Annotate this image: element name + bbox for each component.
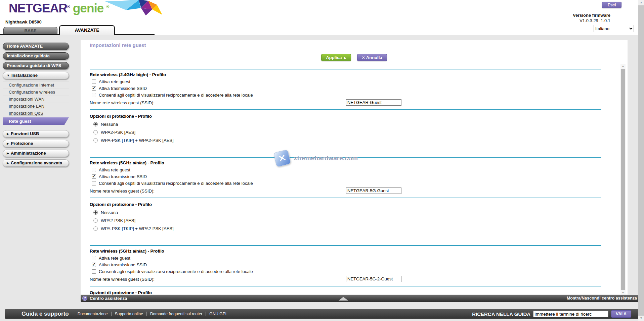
link-impostazioni-wan[interactable]: Impostazioni WAN <box>9 97 44 102</box>
subnav-item-rete-guest-selected[interactable]: Rete guest <box>3 117 69 125</box>
help-center-label: Centro assistenza <box>90 296 127 301</box>
sidebar-item-procedura-wps[interactable]: Procedura guidata di WPS <box>3 62 69 69</box>
security-wpa2-psk-radio[interactable] <box>93 130 98 135</box>
security-wpa-wpa2-mixed-radio[interactable] <box>93 138 98 143</box>
checkbox-row[interactable]: Consenti agli ospiti di visualizzarsi re… <box>90 93 601 98</box>
scroll-up-icon[interactable]: ▲ <box>620 64 626 69</box>
radio-row[interactable]: WPA2-PSK [AES] <box>90 130 601 135</box>
radio-row[interactable]: Nessuna <box>90 210 601 215</box>
section-title: Opzioni di protezione - Profilo <box>90 202 601 207</box>
subnav-item[interactable]: Configurazione wireless <box>3 89 69 96</box>
security-wpa2-psk-radio[interactable] <box>93 218 98 223</box>
sidebar-item-funzioni-usb[interactable]: ▶Funzioni USB <box>3 130 69 138</box>
installazione-subnav: Configurazione Internet Configurazione w… <box>3 82 69 125</box>
scroll-down-icon[interactable]: ▼ <box>620 290 626 295</box>
x-icon: ✕ <box>362 55 365 60</box>
chevron-right-icon: ▶ <box>7 132 9 136</box>
scroll-up-icon[interactable]: ▲ <box>638 0 644 5</box>
subnav-item[interactable]: Configurazione Internet <box>3 82 69 89</box>
enable-guest-network-checkbox[interactable] <box>92 256 96 260</box>
enable-ssid-broadcast-checkbox[interactable] <box>92 174 96 179</box>
search-input[interactable] <box>533 311 608 317</box>
ssid-row: Nome rete wireless guest (SSID): <box>90 276 601 284</box>
enable-guest-network-checkbox[interactable] <box>92 79 96 84</box>
toggle-help-center-link[interactable]: Mostra/Nascondi centro assistenza <box>567 296 637 301</box>
checkbox-row[interactable]: Consenti agli ospiti di visualizzarsi re… <box>90 269 601 274</box>
checkbox-row[interactable]: Attiva rete guest <box>90 167 601 172</box>
search-go-button[interactable]: VAI A <box>611 310 631 318</box>
radio-row[interactable]: WPA2-PSK [AES] <box>90 218 601 223</box>
content-scrollbar-thumb[interactable] <box>621 69 625 290</box>
language-select[interactable]: Italiano <box>594 25 634 32</box>
window-scrollbar-thumb[interactable] <box>638 5 644 316</box>
window-scrollbar[interactable]: ▲ ▼ <box>638 0 644 321</box>
question-icon: ? <box>82 296 87 301</box>
ssid-input[interactable] <box>346 276 401 282</box>
security-options-section: Opzioni di protezione - Profilo Nessuna … <box>90 109 601 157</box>
enable-guest-network-checkbox[interactable] <box>92 168 96 172</box>
checkbox-row[interactable]: Attiva rete guest <box>90 79 601 84</box>
checkbox-row[interactable]: Consenti agli ospiti di visualizzarsi re… <box>90 181 601 186</box>
chevron-right-icon: ▶ <box>7 152 9 155</box>
section-title: Opzioni di protezione - Profilo <box>90 114 601 119</box>
security-wpa-wpa2-mixed-radio[interactable] <box>93 226 98 231</box>
checkbox-row[interactable]: Attiva trasmissione SSID <box>90 174 601 179</box>
subnav-item[interactable]: Impostazioni WAN <box>3 96 69 103</box>
expand-help-caret-icon[interactable] <box>339 297 348 301</box>
wireless-profile-section-5ghz-2: Rete wireless (5GHz a/n/ac) - Profilo At… <box>90 245 601 286</box>
main-content-panel: Impostazioni rete guest Applica▶ ✕Annull… <box>81 40 628 295</box>
subnav-item[interactable]: Impostazione LAN <box>3 103 69 110</box>
link-gnu-gpl[interactable]: GNU GPL <box>206 312 231 316</box>
security-none-radio[interactable] <box>93 122 98 126</box>
checkbox-label: Consenti agli ospiti di visualizzarsi re… <box>99 181 253 186</box>
checkbox-row[interactable]: Attiva rete guest <box>90 256 601 261</box>
radio-row[interactable]: WPA-PSK [TKIP] + WPA2-PSK [AES] <box>90 138 601 143</box>
section-title: Rete wireless (5GHz a/n/ac) - Profilo <box>90 249 601 254</box>
xtremehardware-watermark: ✕ xtremehardware.com <box>275 151 358 166</box>
ssid-input[interactable] <box>346 99 401 106</box>
link-configurazione-internet[interactable]: Configurazione Internet <box>9 83 54 88</box>
content-scrollbar[interactable]: ▲ ▼ <box>620 64 626 295</box>
checkbox-label: Attiva rete guest <box>99 79 130 84</box>
radio-row[interactable]: WPA-PSK [TKIP] + WPA2-PSK [AES] <box>90 226 601 231</box>
enable-ssid-broadcast-checkbox[interactable] <box>92 86 96 91</box>
ssid-input[interactable] <box>346 188 401 194</box>
apply-button[interactable]: Applica▶ <box>321 54 351 61</box>
tab-avanzate[interactable]: AVANZATE <box>59 25 115 35</box>
security-none-radio[interactable] <box>93 210 98 215</box>
checkbox-label: Attiva trasmissione SSID <box>99 174 147 179</box>
guide-search: RICERCA NELLA GUIDA VAI A <box>472 310 631 318</box>
link-configurazione-wireless[interactable]: Configurazione wireless <box>9 90 55 95</box>
chevron-right-icon: ▶ <box>7 142 9 145</box>
security-options-section-partial: Opzioni di protezione - Profilo <box>90 286 601 295</box>
cancel-button[interactable]: ✕Annulla <box>357 54 387 61</box>
link-impostazione-lan[interactable]: Impostazione LAN <box>9 104 44 109</box>
radio-row[interactable]: Nessuna <box>90 122 601 127</box>
link-rete-guest[interactable]: Rete guest <box>9 119 31 124</box>
subnav-item[interactable]: Impostazioni QoS <box>3 110 69 117</box>
link-impostazioni-qos[interactable]: Impostazioni QoS <box>9 111 43 116</box>
checkbox-row[interactable]: Attiva trasmissione SSID <box>90 86 601 91</box>
checkbox-label: Consenti agli ospiti di visualizzarsi re… <box>99 93 253 98</box>
sidebar-item-installazione[interactable]: ▼Installazione <box>3 72 69 79</box>
sidebar-item-configurazione-avanzata[interactable]: ▶Configurazione avanzata <box>3 159 69 167</box>
enable-ssid-broadcast-checkbox[interactable] <box>92 263 96 267</box>
play-icon: ▶ <box>344 56 346 60</box>
tab-base[interactable]: BASE <box>3 27 57 34</box>
sidebar-item-protezione[interactable]: ▶Protezione <box>3 140 69 147</box>
sidebar-item-installazione-guidata[interactable]: Installazione guidata <box>3 52 69 60</box>
sidebar-item-amministrazione[interactable]: ▶Amministrazione <box>3 150 69 157</box>
link-supporto-online[interactable]: Supporto online <box>112 312 147 316</box>
page-title: Impostazioni rete guest <box>90 42 146 48</box>
logout-button[interactable]: Esci <box>602 2 621 8</box>
link-domande-frequenti[interactable]: Domande frequenti sul router <box>147 312 206 316</box>
checkbox-row[interactable]: Attiva trasmissione SSID <box>90 262 601 267</box>
allow-guests-see-each-other-checkbox[interactable] <box>92 269 96 274</box>
scroll-down-icon[interactable]: ▼ <box>638 316 644 321</box>
sidebar-item-home-avanzate[interactable]: Home AVANZATE <box>3 43 69 50</box>
allow-guests-see-each-other-checkbox[interactable] <box>92 93 96 97</box>
security-options-section: Opzioni di protezione - Profilo Nessuna … <box>90 198 601 245</box>
link-documentazione[interactable]: Documentazione <box>74 312 112 316</box>
allow-guests-see-each-other-checkbox[interactable] <box>92 181 96 185</box>
device-model-label: Nighthawk D8500 <box>5 19 42 24</box>
